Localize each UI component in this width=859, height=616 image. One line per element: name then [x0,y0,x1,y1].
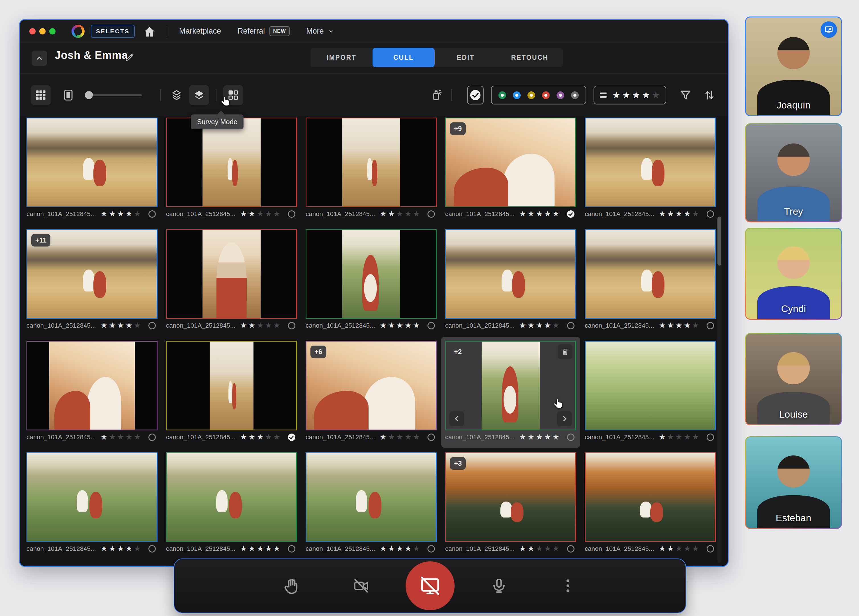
star-icon[interactable]: ★ [667,433,674,441]
star-icon[interactable]: ★ [257,210,264,218]
photo-tile-12[interactable]: canon_101A_2512845... ★★★★★ [166,341,297,444]
star-icon[interactable]: ★ [413,433,420,441]
nav-item-referral[interactable]: Referral NEW [237,26,290,36]
star-icon[interactable]: ★ [396,210,403,218]
photo-select-circle[interactable] [428,545,435,552]
photo-select-circle[interactable] [567,322,575,329]
star-icon[interactable]: ★ [692,545,699,552]
star-icon[interactable]: ★ [240,210,247,218]
star-icon[interactable]: ★ [388,322,395,329]
star-icon[interactable]: ★ [134,322,141,329]
star-icon[interactable]: ★ [405,210,412,218]
photo-select-circle[interactable] [567,211,575,218]
photo-select-circle[interactable] [288,434,295,441]
star-icon[interactable]: ★ [248,433,255,441]
collapse-button[interactable] [31,51,47,66]
participant-tile-trey[interactable]: Trey [745,123,842,222]
spray-can-button[interactable] [428,87,444,103]
star-icon[interactable]: ★ [126,322,133,329]
star-icon[interactable]: ★ [536,433,543,441]
home-button[interactable] [143,26,155,37]
tab-edit[interactable]: EDIT [435,48,497,67]
star-icon[interactable]: ★ [659,322,665,329]
star-icon[interactable]: ★ [273,210,280,218]
star-icon[interactable]: ★ [544,210,551,218]
filter-button[interactable] [678,87,693,103]
star-icon[interactable]: ★ [388,433,395,441]
star-icon[interactable]: ★ [553,545,559,552]
filter-star-icon[interactable]: ★ [652,90,660,100]
photo-select-circle[interactable] [428,211,435,218]
star-icon[interactable]: ★ [519,433,526,441]
photo-star-rating[interactable]: ★★★★★ [659,322,700,329]
photo-star-rating[interactable]: ★★★★★ [659,210,700,218]
photo-star-rating[interactable]: ★★★★★ [100,433,142,441]
star-icon[interactable]: ★ [380,210,386,218]
nav-item-more[interactable]: More [306,27,335,36]
minimize-window-button[interactable] [39,28,45,34]
filter-star-icon[interactable]: ★ [642,90,650,100]
star-icon[interactable]: ★ [126,210,133,218]
star-icon[interactable]: ★ [100,322,108,329]
photo-tile-8[interactable]: canon_101A_2512845... ★★★★★ [306,229,437,332]
photo-star-rating[interactable]: ★★★★★ [240,433,282,441]
star-icon[interactable]: ★ [536,322,543,329]
photo-select-circle[interactable] [288,211,295,218]
photo-star-rating[interactable]: ★★★★★ [100,210,142,218]
photo-select-circle[interactable] [288,322,295,329]
tab-retouch[interactable]: RETOUCH [497,48,563,67]
photo-select-circle[interactable] [428,322,435,329]
star-icon[interactable]: ★ [667,210,674,218]
control-stop-screenshare[interactable] [406,561,454,610]
next-photo-button[interactable] [557,411,572,426]
star-icon[interactable]: ★ [396,545,403,552]
star-icon[interactable]: ★ [273,545,280,552]
tab-import[interactable]: IMPORT [311,48,373,67]
photo-star-rating[interactable]: ★★★★★ [240,210,282,218]
photo-tile-7[interactable]: canon_101A_2512845... ★★★★★ [166,229,297,332]
star-icon[interactable]: ★ [544,545,551,552]
star-icon[interactable]: ★ [134,210,141,218]
star-icon[interactable]: ★ [659,433,665,441]
control-camera-off[interactable] [347,572,375,599]
star-icon[interactable]: ★ [248,545,255,552]
photo-select-circle[interactable] [707,322,714,329]
participant-tile-cyndi[interactable]: Cyndi [745,228,842,320]
photo-star-rating[interactable]: ★★★★★ [519,322,561,329]
collapse-stacks-button[interactable] [189,85,209,105]
selected-filter-toggle[interactable] [467,86,484,104]
color-label-dot-4[interactable] [556,91,564,99]
photo-star-rating[interactable]: ★★★★★ [519,210,561,218]
star-icon[interactable]: ★ [265,433,272,441]
stacks-button[interactable] [169,87,184,103]
star-icon[interactable]: ★ [519,322,526,329]
star-icon[interactable]: ★ [117,433,124,441]
photo-tile-3[interactable]: canon_101A_2512845... ★★★★★ [306,118,437,221]
star-icon[interactable]: ★ [380,322,386,329]
grid-scrollbar-track[interactable] [717,215,722,563]
star-icon[interactable]: ★ [405,322,412,329]
star-icon[interactable]: ★ [684,433,691,441]
star-icon[interactable]: ★ [117,545,124,552]
control-microphone[interactable] [485,572,513,599]
star-icon[interactable]: ★ [692,322,699,329]
color-label-dot-5[interactable] [571,91,579,99]
grid-scrollbar-thumb[interactable] [717,217,722,265]
star-icon[interactable]: ★ [413,322,420,329]
photo-star-rating[interactable]: ★★★★★ [380,545,421,552]
photo-select-circle[interactable] [148,545,156,552]
photo-select-circle[interactable] [567,434,575,441]
star-icon[interactable]: ★ [675,210,682,218]
photo-select-circle[interactable] [567,545,575,552]
close-window-button[interactable] [29,28,36,34]
star-icon[interactable]: ★ [405,433,412,441]
star-icon[interactable]: ★ [265,545,272,552]
photo-tile-18[interactable]: canon_101A_2512845... ★★★★★ [306,452,437,555]
star-icon[interactable]: ★ [134,433,141,441]
star-rating-filter[interactable]: ★★★★★ [593,86,666,104]
photo-tile-16[interactable]: canon_101A_2512845... ★★★★★ [27,452,158,555]
star-icon[interactable]: ★ [126,433,133,441]
star-icon[interactable]: ★ [126,545,133,552]
photo-tile-1[interactable]: canon_101A_2512845... ★★★★★ [27,118,158,221]
star-icon[interactable]: ★ [396,433,403,441]
